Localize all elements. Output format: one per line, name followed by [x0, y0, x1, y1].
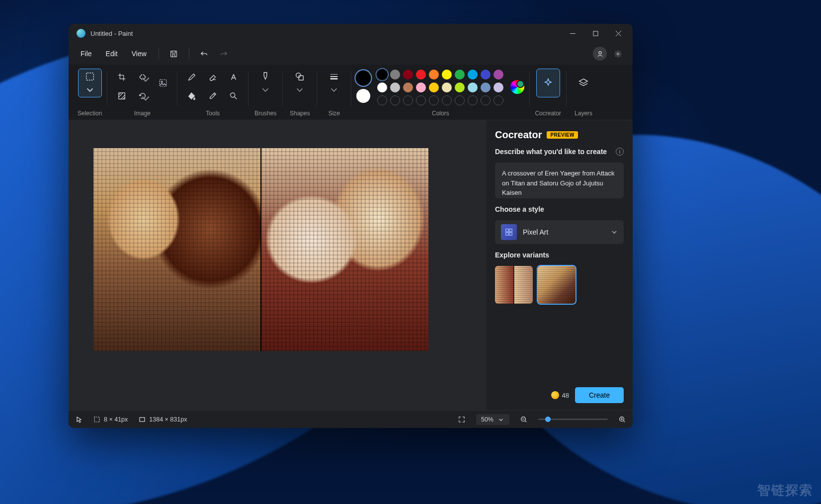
svg-point-3: [617, 53, 619, 55]
svg-point-8: [296, 73, 301, 78]
prompt-input[interactable]: [495, 163, 624, 198]
cursor-position: 8 × 41px: [93, 416, 128, 423]
style-label: Choose a style: [495, 205, 624, 213]
window-title: Untitled - Paint: [90, 30, 133, 37]
text-tool[interactable]: [224, 69, 243, 85]
canvas-area[interactable]: [69, 120, 486, 410]
size-tool[interactable]: [322, 69, 346, 97]
save-button[interactable]: [165, 45, 183, 63]
maximize-button[interactable]: [584, 24, 607, 43]
canvas-image-right: [260, 148, 428, 351]
fill-tool[interactable]: [182, 87, 201, 104]
zoom-slider[interactable]: [538, 419, 608, 420]
custom-color-slot[interactable]: [481, 95, 491, 105]
svg-rect-15: [140, 418, 145, 421]
variant-2[interactable]: [538, 266, 575, 304]
menubar: File Edit View: [69, 43, 633, 65]
color-swatch[interactable]: [455, 70, 465, 80]
svg-point-7: [231, 93, 235, 97]
pencil-tool[interactable]: [182, 69, 201, 85]
primary-color[interactable]: [356, 71, 370, 85]
magnifier-tool[interactable]: [224, 87, 243, 104]
variant-1[interactable]: [495, 266, 533, 304]
zoom-slider-thumb[interactable]: [545, 417, 551, 422]
watermark: 智链探索: [757, 482, 813, 499]
color-swatch[interactable]: [481, 70, 491, 80]
minimize-button[interactable]: [561, 24, 584, 43]
color-swatch[interactable]: [429, 83, 439, 92]
resize-tool[interactable]: [133, 69, 152, 85]
color-swatch[interactable]: [493, 70, 503, 80]
secondary-color[interactable]: [356, 89, 370, 103]
rotate-tool[interactable]: [133, 87, 152, 104]
info-icon[interactable]: i: [616, 148, 624, 156]
create-button[interactable]: Create: [575, 387, 624, 403]
svg-rect-12: [506, 233, 508, 235]
color-swatch[interactable]: [416, 70, 426, 80]
account-button[interactable]: [593, 47, 607, 61]
color-swatch[interactable]: [390, 70, 400, 80]
color-swatch[interactable]: [377, 70, 387, 80]
svg-rect-5: [160, 80, 167, 86]
cursor-tool-indicator: [76, 416, 82, 423]
cocreator-button[interactable]: [536, 69, 560, 97]
close-button[interactable]: [607, 24, 630, 43]
custom-color-slot[interactable]: [429, 95, 439, 105]
color-swatch[interactable]: [493, 83, 503, 92]
group-tools: Tools: [178, 68, 247, 120]
color-swatch[interactable]: [442, 70, 452, 80]
cocreator-panel: Cocreator PREVIEW Describe what you'd li…: [486, 120, 633, 410]
custom-color-slot[interactable]: [442, 95, 452, 105]
undo-button[interactable]: [195, 45, 213, 63]
custom-color-slot[interactable]: [416, 95, 426, 105]
cocreator-title: Cocreator: [495, 129, 542, 141]
svg-rect-1: [171, 51, 177, 57]
select-tool[interactable]: [78, 69, 102, 97]
custom-color-slot[interactable]: [468, 95, 478, 105]
zoom-in-button[interactable]: [619, 416, 626, 423]
color-swatch[interactable]: [377, 83, 387, 92]
redo-button[interactable]: [215, 45, 233, 63]
canvas[interactable]: [93, 148, 428, 351]
color-swatch[interactable]: [403, 70, 413, 80]
edit-colors-button[interactable]: [510, 80, 524, 94]
custom-color-slot[interactable]: [403, 95, 413, 105]
svg-point-2: [598, 51, 601, 54]
color-swatch[interactable]: [429, 70, 439, 80]
color-swatch[interactable]: [468, 70, 478, 80]
group-selection: Selection: [74, 68, 106, 120]
crop-tool[interactable]: [112, 69, 131, 85]
credits-display: 48: [551, 391, 569, 399]
brush-tool[interactable]: [253, 69, 277, 97]
content-area: Cocreator PREVIEW Describe what you'd li…: [69, 120, 633, 410]
color-swatch[interactable]: [455, 83, 465, 92]
custom-color-slot[interactable]: [390, 95, 400, 105]
fit-screen-button[interactable]: [458, 416, 465, 423]
group-size: Size: [318, 68, 350, 120]
group-shapes: Shapes: [284, 68, 316, 120]
custom-color-slot[interactable]: [493, 95, 503, 105]
zoom-out-button[interactable]: [520, 416, 527, 423]
image-insert-tool[interactable]: [154, 69, 172, 97]
color-swatch[interactable]: [390, 83, 400, 92]
layers-button[interactable]: [572, 69, 595, 97]
color-swatch[interactable]: [468, 83, 478, 92]
background-tool[interactable]: [112, 87, 131, 104]
menu-file[interactable]: File: [75, 47, 98, 61]
color-swatch[interactable]: [403, 83, 413, 92]
style-dropdown[interactable]: Pixel Art: [495, 220, 624, 244]
color-swatch[interactable]: [416, 83, 426, 92]
eraser-tool[interactable]: [203, 69, 222, 85]
custom-color-slot[interactable]: [377, 95, 387, 105]
statusbar: 8 × 41px 1384 × 831px 50%: [69, 410, 633, 428]
custom-color-slot[interactable]: [455, 95, 465, 105]
menu-edit[interactable]: Edit: [100, 47, 124, 61]
svg-rect-13: [509, 233, 512, 235]
color-swatch[interactable]: [442, 83, 452, 92]
zoom-dropdown[interactable]: 50%: [476, 414, 509, 425]
menu-view[interactable]: View: [126, 47, 153, 61]
color-picker-tool[interactable]: [203, 87, 222, 104]
color-swatch[interactable]: [481, 83, 491, 92]
shapes-tool[interactable]: [288, 69, 312, 97]
settings-button[interactable]: [609, 45, 627, 63]
